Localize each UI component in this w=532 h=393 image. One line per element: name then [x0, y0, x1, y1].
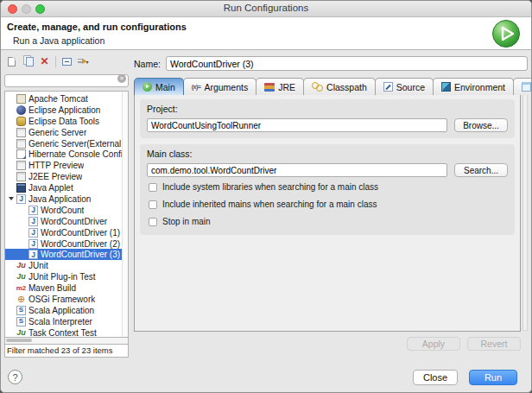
tree-item-eclipse-data-tools[interactable]: Eclipse Data Tools: [5, 116, 128, 127]
tab-label: Classpath: [326, 82, 367, 92]
server-icon: [16, 139, 26, 149]
filter-status: Filter matched 23 of 23 items: [4, 345, 129, 358]
tree-item-scala-interpreter[interactable]: SScala Interpreter: [5, 316, 128, 327]
scrollbar-thumb[interactable]: [6, 339, 32, 342]
delete-launch-configuration-button[interactable]: ✕: [38, 55, 51, 68]
junit-plugin-icon: Ju: [16, 328, 26, 338]
run-configurations-dialog: Run Configurations Create, manage, and r…: [0, 0, 532, 393]
tab-environment[interactable]: Environment: [433, 78, 514, 95]
tree-item-wordcountdriver-2[interactable]: JWordCountDriver (2): [5, 238, 128, 250]
filter-icon: [78, 57, 88, 67]
tab-jre[interactable]: JRE: [256, 78, 304, 95]
tree-item-task-context-test[interactable]: JuTask Context Test: [5, 327, 128, 338]
tab-label: Source: [396, 82, 425, 92]
red-x-icon: ✕: [40, 56, 48, 67]
checkbox-label: Include system libraries when searching …: [162, 182, 378, 192]
junit-plugin-icon: Ju: [16, 272, 26, 282]
checkbox-icon[interactable]: [149, 183, 157, 192]
main-class-input[interactable]: [147, 163, 447, 177]
tree-item-junit-plug-in-test[interactable]: JuJUnit Plug-in Test: [5, 271, 128, 282]
tree-item-osgi-framework[interactable]: ⊕OSGi Framework: [5, 294, 128, 305]
config-tree: Apache TomcatEclipse ApplicationEclipse …: [4, 91, 129, 338]
tree-item-maven-build[interactable]: m2Maven Build: [5, 282, 128, 294]
tab-label: Environment: [454, 82, 505, 92]
tree-item-label: WordCountDriver: [41, 217, 107, 226]
tree-item-wordcountdriver-1[interactable]: JWordCountDriver (1): [5, 227, 128, 238]
tree-item-junit[interactable]: JuJUnit: [5, 260, 128, 271]
name-row: Name:: [134, 55, 528, 72]
clear-search-icon[interactable]: ✕: [117, 74, 126, 83]
tree-item-label: Apache Tomcat: [28, 94, 88, 104]
tab-label: JRE: [278, 82, 295, 92]
tree-item-label: Eclipse Data Tools: [28, 117, 99, 126]
checkbox-include-inherited-mains-when-searching-for-a-main-class[interactable]: Include inherited mains when searching f…: [147, 197, 508, 212]
tree-item-j2ee-preview[interactable]: J2EE Preview: [5, 171, 128, 182]
server-icon: [16, 161, 26, 170]
tree-item-apache-tomcat[interactable]: Apache Tomcat: [5, 93, 128, 105]
tab-common[interactable]: Common: [513, 78, 532, 95]
tree-item-eclipse-application[interactable]: Eclipse Application: [5, 105, 128, 116]
search-row: ✕: [4, 72, 129, 87]
tree-item-java-application[interactable]: JJava Application: [5, 193, 128, 205]
main-class-label: Main class:: [147, 149, 508, 159]
main-class-checkboxes: Include system libraries when searching …: [147, 180, 508, 229]
tree-item-java-applet[interactable]: Java Applet: [5, 182, 128, 193]
dialog-header: Create, manage, and run configurations R…: [1, 17, 531, 50]
titlebar: Run Configurations: [1, 1, 531, 17]
tree-item-scala-application[interactable]: SScala Application: [5, 305, 128, 316]
close-button[interactable]: Close: [413, 370, 458, 385]
browse-button[interactable]: Browse...: [454, 118, 508, 132]
checkbox-include-system-libraries-when-searching-for-a-main-class[interactable]: Include system libraries when searching …: [147, 180, 508, 194]
project-label: Project:: [147, 104, 508, 114]
dialog-footer: ? Close Run: [1, 359, 531, 392]
config-name-input[interactable]: [166, 56, 528, 71]
tree-vertical-scrollbar[interactable]: [122, 92, 128, 337]
tree-item-wordcountdriver-3[interactable]: JWordCountDriver (3): [5, 249, 128, 260]
server-icon: [16, 128, 26, 137]
apply-row: Apply Revert: [407, 337, 521, 351]
name-label: Name:: [134, 59, 161, 69]
tab-arguments[interactable]: (x)=Arguments: [183, 78, 256, 95]
search-button[interactable]: Search...: [454, 163, 508, 177]
tab-main[interactable]: Main: [134, 78, 184, 95]
apply-button[interactable]: Apply: [407, 337, 460, 351]
tree-item-wordcount[interactable]: JWordCount: [5, 205, 128, 216]
tree-item-label: Java Applet: [28, 183, 73, 193]
run-button[interactable]: Run: [469, 370, 517, 385]
checkbox-stop-in-main[interactable]: Stop in main: [147, 214, 508, 229]
filter-launch-configurations-button[interactable]: ▾: [77, 55, 90, 68]
sidebar-toolbar: ✕▾: [4, 54, 129, 69]
tree-item-label: Task Context Test: [28, 328, 97, 338]
tab-label: Arguments: [204, 82, 248, 92]
tree-item-label: Generic Server(External Laur: [28, 139, 128, 149]
tree-item-label: JUnit Plug-in Test: [28, 272, 96, 282]
tree-item-label: WordCountDriver (2): [41, 239, 120, 249]
filter-search-input[interactable]: [4, 74, 129, 87]
checkbox-icon[interactable]: [149, 200, 157, 209]
tab-source[interactable]: Source: [375, 78, 434, 95]
tree-item-hibernate-console-configura[interactable]: Hibernate Console Configura: [5, 149, 128, 160]
new-launch-configuration-button[interactable]: [5, 55, 18, 68]
duplicate-launch-configuration-button[interactable]: [22, 55, 35, 68]
tree-item-generic-server[interactable]: Generic Server: [5, 127, 128, 138]
project-input[interactable]: [147, 118, 447, 132]
tomcat-icon: [16, 94, 26, 104]
tab-classpath[interactable]: Classpath: [303, 78, 376, 95]
help-button[interactable]: ?: [8, 370, 22, 384]
tree-item-label: WordCountDriver (1): [41, 228, 120, 238]
tree-item-http-preview[interactable]: HTTP Preview: [5, 160, 128, 171]
checkbox-icon[interactable]: [149, 218, 157, 226]
config-editor: Name: Main(x)=ArgumentsJREClasspathSourc…: [132, 54, 528, 358]
tree-item-wordcountdriver[interactable]: JWordCountDriver: [5, 216, 128, 227]
project-group: Project: Browse...: [140, 99, 515, 138]
toolbar-separator: [55, 56, 56, 67]
editor-vertical-scrollbar[interactable]: [522, 94, 528, 331]
disclosure-triangle-icon[interactable]: [9, 197, 14, 200]
maven-icon: m2: [16, 283, 26, 293]
collapse-all-button[interactable]: [60, 55, 73, 68]
header-subtitle: Run a Java application: [13, 35, 104, 46]
tree-item-generic-server-external-laur[interactable]: Generic Server(External Laur: [5, 138, 128, 149]
tree-item-label: HTTP Preview: [28, 161, 84, 170]
tree-horizontal-scrollbar[interactable]: [4, 338, 129, 345]
revert-button[interactable]: Revert: [467, 337, 521, 351]
